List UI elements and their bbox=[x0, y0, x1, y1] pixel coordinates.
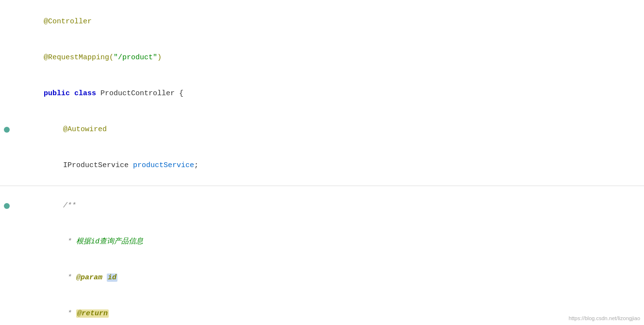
param-tag: @param bbox=[76, 274, 102, 282]
annotation-autowired: @Autowired bbox=[63, 125, 107, 134]
code-line-3: public class ProductController { bbox=[0, 76, 644, 112]
gutter-icon-4 bbox=[4, 127, 10, 133]
code-editor: @Controller @RequestMapping("/product") … bbox=[0, 0, 644, 325]
line-content-5: IProductService productService; bbox=[14, 148, 644, 183]
line-content-1: @Controller bbox=[14, 4, 644, 39]
line-content-8: * 根据id查询产品信息 bbox=[14, 224, 644, 259]
kw-class: class bbox=[74, 89, 96, 98]
code-line-1: @Controller bbox=[0, 4, 644, 40]
annotation-close: ) bbox=[157, 53, 162, 62]
comment-chinese: 根据id查询产品信息 bbox=[76, 238, 143, 246]
code-line-9: * @param id bbox=[0, 260, 644, 296]
line-content-4: @Autowired bbox=[14, 112, 644, 147]
gutter-7 bbox=[0, 203, 14, 209]
param-id-highlight: id bbox=[107, 274, 117, 282]
code-line-7: /** bbox=[0, 188, 644, 224]
line-content-10: * @return bbox=[14, 296, 644, 325]
code-line-10: * @return bbox=[0, 296, 644, 325]
line-content-7: /** bbox=[14, 188, 644, 223]
code-line-8: * 根据id查询产品信息 bbox=[0, 224, 644, 260]
line-content-9: * @param id bbox=[14, 260, 644, 295]
code-line-2: @RequestMapping("/product") bbox=[0, 40, 644, 76]
code-line-5: IProductService productService; bbox=[0, 148, 644, 184]
gutter-icon-7 bbox=[4, 203, 10, 209]
comment-star: * bbox=[63, 238, 76, 246]
kw-public: public bbox=[44, 89, 70, 98]
gutter-4 bbox=[0, 127, 14, 133]
line-content-3: public class ProductController { bbox=[14, 76, 644, 111]
comment-open: /** bbox=[63, 202, 76, 210]
return-tag-highlight: @return bbox=[76, 309, 109, 318]
annotation-requestmapping: @RequestMapping( bbox=[44, 53, 114, 62]
annotation-controller: @Controller bbox=[44, 17, 92, 26]
field-decl: IProductService bbox=[63, 161, 133, 170]
watermark: https://blog.csdn.net/lizongjiao bbox=[569, 314, 640, 323]
code-line-4: @Autowired bbox=[0, 112, 644, 148]
comment-star-3: * bbox=[63, 309, 76, 318]
field-name: productService bbox=[133, 161, 194, 170]
string-product: "/product" bbox=[114, 53, 157, 62]
comment-star-2: * bbox=[63, 274, 76, 282]
line-content-2: @RequestMapping("/product") bbox=[14, 40, 644, 75]
divider bbox=[0, 186, 644, 186]
